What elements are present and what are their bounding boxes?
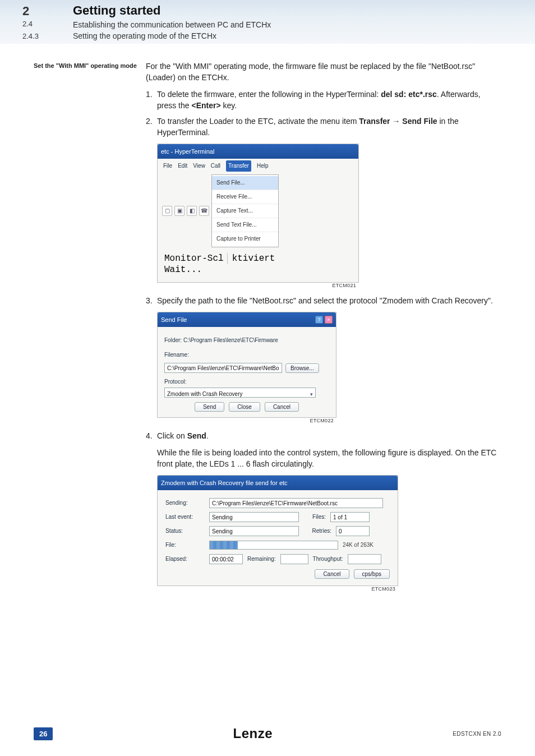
status-row: Status: Retries:: [165, 525, 390, 537]
throughput-label: Throughput:: [313, 554, 343, 565]
window-titlebar: Send File ? ×: [158, 312, 336, 327]
elapsed-row: Elapsed: Remaining: Throughput:: [165, 554, 390, 565]
retries-label: Retries:: [303, 525, 331, 537]
toolbar: ▢ ▣ ◧ ☎ Send File... Receive File... Cap…: [161, 173, 355, 250]
step-3-num: 3.: [146, 295, 157, 306]
step-list: 1. To delete the firmware, enter the fol…: [146, 89, 501, 138]
send-button[interactable]: Send: [195, 402, 224, 412]
page-footer: 26 Lenze EDSTCXN EN 2.0: [0, 726, 535, 741]
dialog-buttons: Cancel cps/bps: [165, 569, 390, 579]
step-2: 2. To transfer the Loader to the ETC, ac…: [146, 116, 501, 138]
terminal-right: ktiviert: [227, 253, 275, 264]
filename-label: Filename:: [164, 349, 329, 361]
intro-text: For the "With MMI" operating mode, the f…: [146, 61, 501, 83]
window-title: Zmodem with Crash Recovery file send for…: [161, 480, 288, 486]
step-4-num: 4.: [146, 430, 157, 441]
lastevent-row: Last event: Files:: [165, 511, 390, 523]
cancel-button[interactable]: Cancel: [265, 402, 299, 412]
menu-transfer[interactable]: Transfer: [226, 160, 251, 172]
menu-call[interactable]: Call: [211, 160, 220, 172]
help-icon[interactable]: ?: [315, 316, 323, 324]
step-4-follow: While the file is being loaded into the …: [157, 447, 501, 469]
close-button[interactable]: Close: [229, 402, 260, 412]
menu-help[interactable]: Help: [257, 160, 269, 172]
content-area: Set the "With MMI" operating mode For th…: [0, 44, 535, 588]
remaining-field: [280, 554, 308, 564]
step-1-num: 1.: [146, 89, 157, 111]
step-2-text: To transfer the Loader to the ETC, activ…: [157, 116, 501, 138]
menu-file[interactable]: File: [163, 160, 172, 172]
files-label: Files:: [303, 511, 326, 523]
retries-field: [336, 526, 370, 536]
file-label: File:: [165, 540, 205, 551]
elapsed-field: [209, 554, 243, 564]
subsection-title: Setting the operating mode of the ETCHx: [73, 30, 271, 42]
menu-edit[interactable]: Edit: [178, 160, 187, 172]
screenshot-send-file: Send File ? × Folder: C:\Program Files\l…: [157, 312, 336, 418]
protocol-value: Zmodem with Crash Recovery: [167, 391, 242, 397]
file-progress-text: 24K of 263K: [343, 540, 373, 551]
menu-item-capture-to-printer[interactable]: Capture to Printer: [212, 232, 278, 246]
elapsed-label: Elapsed:: [165, 554, 205, 565]
window-title: etc - HyperTerminal: [161, 148, 214, 155]
sending-row: Sending:: [165, 497, 390, 509]
step-1: 1. To delete the firmware, enter the fol…: [146, 89, 501, 111]
cpsbps-button[interactable]: cps/bps: [354, 569, 390, 579]
dialog-buttons: Send Close Cancel: [164, 402, 329, 412]
header-titles: Getting started Establishing the communi…: [56, 0, 271, 44]
step-3-text: Specify the path to the file "NetBoot.rs…: [157, 295, 501, 306]
toolbar-save-icon[interactable]: ◧: [187, 206, 197, 216]
menu-view[interactable]: View: [193, 160, 205, 172]
lastevent-field: [209, 512, 299, 522]
menu-item-capture-text[interactable]: Capture Text...: [212, 204, 278, 218]
window-titlebar: Zmodem with Crash Recovery file send for…: [158, 476, 398, 490]
step-list-2: 3. Specify the path to the file "NetBoot…: [146, 295, 501, 306]
sending-field: [209, 498, 383, 508]
status-field: [209, 526, 299, 536]
section-number: 2.4: [22, 18, 56, 30]
filename-row: Browse...: [164, 363, 329, 373]
brand-logo: Lenze: [233, 726, 273, 741]
toolbar-open-icon[interactable]: ▣: [174, 206, 185, 216]
filename-input[interactable]: [164, 363, 282, 373]
body-column: For the "With MMI" operating mode, the f…: [146, 61, 501, 588]
window-title: Send File: [161, 314, 187, 325]
figure-caption-2: ETCM022: [310, 415, 334, 426]
margin-note: Set the "With MMI" operating mode: [34, 61, 146, 70]
toolbar-call-icon[interactable]: ☎: [199, 206, 209, 216]
figure-caption-3: ETCM023: [371, 583, 395, 594]
subsection-number: 2.4.3: [22, 30, 56, 43]
menu-item-send-text-file[interactable]: Send Text File...: [212, 218, 278, 232]
menu-bar: File Edit View Call Transfer Help: [161, 159, 355, 173]
step-1-text: To delete the firmware, enter the follow…: [157, 89, 501, 111]
cancel-button[interactable]: Cancel: [315, 569, 349, 579]
remaining-label: Remaining:: [247, 554, 276, 565]
intro-row: Set the "With MMI" operating mode For th…: [34, 61, 501, 588]
file-row: File: 24K of 263K: [165, 540, 390, 551]
transfer-dropdown: Send File... Receive File... Capture Tex…: [211, 174, 279, 247]
screenshot-hyperterminal: etc - HyperTerminal File Edit View Call …: [157, 144, 359, 283]
menu-item-send-file[interactable]: Send File...: [212, 176, 278, 190]
throughput-field: [348, 554, 381, 564]
files-field: [330, 512, 370, 522]
chapter-number: 2: [22, 4, 56, 18]
chapter-title: Getting started: [73, 3, 271, 18]
step-4: 4. Click on Send.: [146, 430, 501, 441]
progress-fill: [210, 541, 238, 549]
terminal-line-2: Wait...: [164, 264, 224, 275]
header-numbers: 2 2.4 2.4.3: [0, 0, 56, 44]
browse-button[interactable]: Browse...: [285, 363, 319, 373]
progress-bar: [209, 541, 338, 550]
window-controls: ? ×: [315, 316, 333, 324]
step-3: 3. Specify the path to the file "NetBoot…: [146, 295, 501, 306]
page-number: 26: [34, 727, 53, 740]
toolbar-new-icon[interactable]: ▢: [162, 206, 172, 216]
terminal-line-1: Monitor-Scl: [164, 253, 224, 264]
sending-label: Sending:: [165, 497, 205, 509]
step-list-3: 4. Click on Send.: [146, 430, 501, 441]
protocol-select[interactable]: Zmodem with Crash Recovery: [164, 388, 316, 398]
section-title: Establishing the communication between P…: [73, 19, 271, 30]
close-icon[interactable]: ×: [325, 316, 333, 324]
screenshot-zmodem-progress: Zmodem with Crash Recovery file send for…: [157, 475, 398, 586]
menu-item-receive-file[interactable]: Receive File...: [212, 190, 278, 204]
